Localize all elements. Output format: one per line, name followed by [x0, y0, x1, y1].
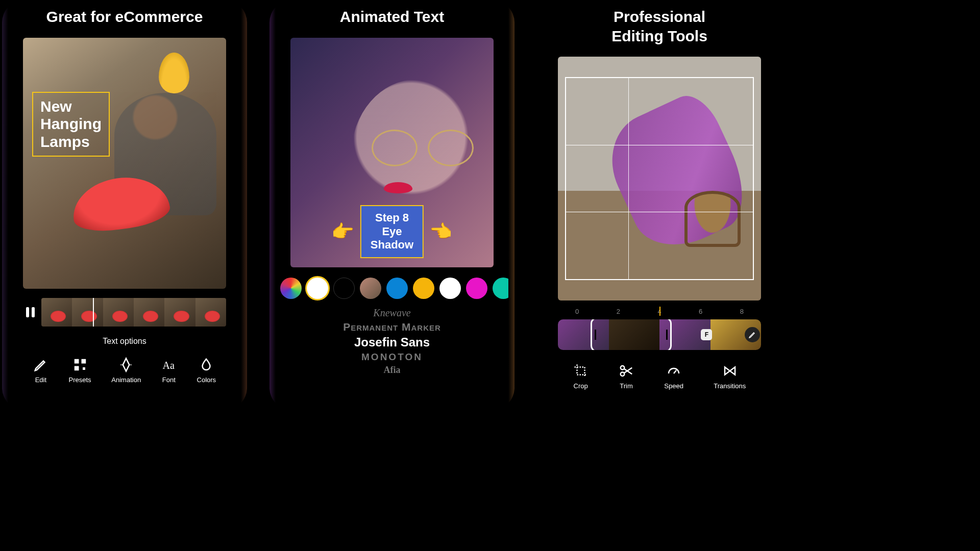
panel-title: Professional Editing Tools: [611, 7, 707, 45]
pencil-icon: [748, 331, 756, 339]
svg-rect-2: [74, 366, 79, 370]
pointer-left-icon: 👉: [430, 221, 453, 242]
overlay-line2: Eye Shadow: [371, 225, 413, 252]
edit-toolbar: Crop Trim Speed Transitions: [558, 363, 761, 390]
timeline: [23, 298, 226, 327]
swatch-magenta[interactable]: [466, 278, 487, 299]
tool-label: Edit: [35, 376, 46, 384]
panel-title: Animated Text: [340, 7, 444, 27]
frame-badge[interactable]: F: [701, 329, 712, 340]
tool-label: Colors: [197, 376, 216, 384]
svg-point-6: [621, 372, 625, 377]
crop-frame[interactable]: [565, 77, 754, 280]
font-icon: Aa: [161, 357, 177, 372]
animation-icon: [118, 357, 134, 372]
text-overlay[interactable]: Step 8 Eye Shadow: [360, 205, 424, 258]
svg-text:Aa: Aa: [162, 359, 174, 370]
tool-colors[interactable]: Colors: [197, 357, 216, 384]
svg-rect-0: [74, 359, 79, 363]
ruler-tick: 8: [740, 308, 744, 315]
pencil-icon: [33, 357, 48, 372]
clip-strip[interactable]: F: [558, 319, 761, 350]
crop-icon: [573, 363, 589, 379]
tool-label: Transitions: [714, 382, 746, 390]
trim-selection[interactable]: [591, 319, 672, 350]
scissors-icon: [619, 363, 634, 379]
clip-strip[interactable]: [41, 298, 226, 327]
swatch-blue[interactable]: [386, 278, 408, 299]
svg-point-5: [621, 366, 625, 370]
font-option-afia[interactable]: Afia: [383, 365, 400, 375]
ruler-tick: 0: [575, 308, 579, 315]
swatch-yellow[interactable]: [413, 278, 434, 299]
playhead-marker[interactable]: [659, 307, 660, 316]
hanging-lamp-graphic: [159, 53, 189, 93]
text-toolbar: Edit Presets Animation Aa Font Colors: [23, 357, 226, 384]
screenshot-editing-tools: Professional Editing Tools 0 2 4 6 8 F C…: [537, 0, 782, 410]
playhead[interactable]: [93, 298, 94, 327]
panel-title: Great for eCommerce: [46, 7, 203, 27]
glasses-graphic: [372, 130, 474, 165]
tool-label: Speed: [664, 382, 683, 390]
font-option-knewave[interactable]: Knewave: [373, 307, 410, 319]
video-preview[interactable]: 👉 Step 8 Eye Shadow 👉: [290, 38, 494, 267]
tool-label: Presets: [69, 376, 91, 384]
video-preview[interactable]: [558, 57, 761, 300]
tool-label: Crop: [574, 382, 588, 390]
tool-edit[interactable]: Edit: [33, 357, 48, 384]
next-peek: [508, 0, 514, 410]
time-ruler[interactable]: 0 2 4 6 8: [558, 308, 761, 315]
pointer-right-icon: 👉: [331, 221, 354, 242]
edit-clip-button[interactable]: [745, 327, 760, 342]
swatch-black[interactable]: [333, 278, 355, 299]
tool-label: Font: [162, 376, 176, 384]
tool-font[interactable]: Aa Font: [161, 357, 177, 384]
font-option-permanent-marker[interactable]: Permanent Marker: [343, 321, 441, 333]
text-overlay-content: New Hanging Lamps: [40, 98, 102, 150]
tool-speed[interactable]: Speed: [664, 363, 683, 390]
gauge-icon: [666, 363, 681, 379]
font-list: Knewave Permanent Marker Josefin Sans MO…: [343, 307, 441, 375]
video-preview[interactable]: New Hanging Lamps: [23, 38, 226, 289]
text-overlay[interactable]: New Hanging Lamps: [32, 92, 110, 157]
prev-peek: [2, 0, 8, 410]
drop-icon: [199, 357, 214, 372]
swatch-gradient[interactable]: [360, 278, 381, 299]
presets-icon: [72, 357, 88, 372]
tool-label: Trim: [620, 382, 633, 390]
tool-animation[interactable]: Animation: [111, 357, 141, 384]
ruler-tick: 6: [699, 308, 702, 315]
color-swatches: [280, 278, 504, 299]
font-option-josefin-sans-selected[interactable]: Josefin Sans: [354, 335, 430, 349]
screenshot-animated-text: Animated Text 👉 Step 8 Eye Shadow 👉 Knew…: [270, 0, 514, 410]
section-label: Text options: [103, 337, 146, 346]
swatch-multicolor[interactable]: [280, 278, 302, 299]
ruler-tick: 2: [617, 308, 620, 315]
tool-presets[interactable]: Presets: [69, 357, 91, 384]
screenshot-ecommerce: Great for eCommerce New Hanging Lamps Te…: [2, 0, 247, 410]
tool-crop[interactable]: Crop: [573, 363, 589, 390]
swatch-white[interactable]: [439, 278, 461, 299]
tool-label: Animation: [111, 376, 141, 384]
tool-trim[interactable]: Trim: [619, 363, 634, 390]
transitions-icon: [722, 363, 738, 379]
overlay-line1: Step 8: [371, 211, 413, 224]
svg-rect-1: [81, 359, 86, 363]
svg-rect-3: [83, 367, 85, 370]
swatch-white-selected[interactable]: [307, 278, 328, 299]
prev-peek: [270, 0, 276, 410]
font-option-monoton[interactable]: MONOTON: [361, 352, 423, 363]
lips-graphic: [384, 182, 412, 193]
pause-button[interactable]: [23, 305, 37, 319]
tool-transitions[interactable]: Transitions: [714, 363, 746, 390]
text-overlay-group: 👉 Step 8 Eye Shadow 👉: [331, 205, 453, 258]
next-peek: [241, 0, 247, 410]
